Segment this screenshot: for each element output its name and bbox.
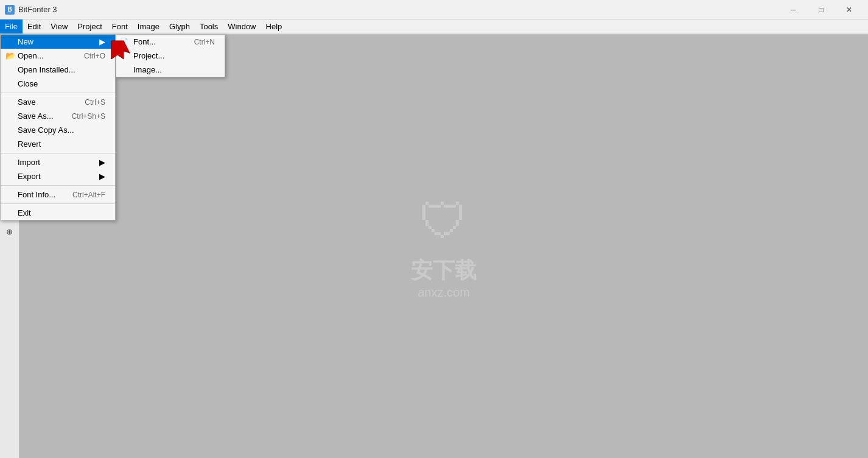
new-project-item[interactable]: Project... — [116, 49, 225, 63]
menu-file[interactable]: File — [0, 19, 23, 33]
menu-font[interactable]: Font — [107, 19, 133, 33]
main-area: 🛡 安下载 anxz.com — [19, 35, 868, 458]
watermark: 🛡 安下载 anxz.com — [411, 194, 477, 300]
watermark-url: anxz.com — [411, 286, 477, 300]
new-font-item[interactable]: 📄 Font... Ctrl+N — [116, 35, 225, 49]
new-submenu: 📄 Font... Ctrl+N Project... Image... — [116, 34, 225, 77]
menu-window[interactable]: Window — [223, 19, 261, 33]
menu-item-open-installed[interactable]: Open Installed... — [1, 63, 115, 77]
menu-item-import[interactable]: Import ▶ — [1, 155, 115, 169]
title-bar-left: B BitFonter 3 — [5, 5, 57, 15]
watermark-text: 安下载 — [411, 256, 477, 286]
app-title: BitFonter 3 — [18, 5, 57, 14]
separator-4 — [1, 203, 115, 204]
menu-edit[interactable]: Edit — [23, 19, 46, 33]
menu-item-exit[interactable]: Exit — [1, 206, 115, 220]
menu-help[interactable]: Help — [261, 19, 287, 33]
separator-2 — [1, 153, 115, 153]
menu-tools[interactable]: Tools — [195, 19, 223, 33]
menu-item-close[interactable]: Close — [1, 77, 115, 91]
separator-1 — [1, 93, 115, 93]
file-dropdown: New ▶ 📂 Open... Ctrl+O Open Installed...… — [0, 34, 116, 220]
menu-item-open[interactable]: 📂 Open... Ctrl+O — [1, 49, 115, 63]
close-button[interactable]: ✕ — [835, 0, 863, 19]
menu-item-save-copy-as[interactable]: Save Copy As... — [1, 123, 115, 137]
menu-item-new[interactable]: New ▶ — [1, 35, 115, 49]
app-icon: B — [5, 5, 15, 15]
window-controls: ─ □ ✕ — [779, 0, 863, 19]
menu-bar: File Edit View Project Font Image Glyph … — [0, 19, 868, 34]
menu-glyph[interactable]: Glyph — [164, 19, 195, 33]
new-image-item[interactable]: Image... — [116, 63, 225, 77]
minimize-button[interactable]: ─ — [779, 0, 807, 19]
watermark-icon: 🛡 — [411, 194, 477, 250]
menu-item-save-as[interactable]: Save As... Ctrl+Sh+S — [1, 109, 115, 123]
menu-item-export[interactable]: Export ▶ — [1, 169, 115, 183]
menu-item-revert[interactable]: Revert — [1, 137, 115, 151]
menu-view[interactable]: View — [46, 19, 72, 33]
title-bar: B BitFonter 3 ─ □ ✕ — [0, 0, 868, 19]
menu-image[interactable]: Image — [133, 19, 164, 33]
menu-project[interactable]: Project — [72, 19, 107, 33]
separator-3 — [1, 185, 115, 186]
menu-item-font-info[interactable]: Font Info... Ctrl+Alt+F — [1, 188, 115, 202]
maximize-button[interactable]: □ — [807, 0, 835, 19]
menu-item-save[interactable]: Save Ctrl+S — [1, 95, 115, 109]
zoom-tool-btn[interactable]: ⊕ — [2, 224, 17, 239]
